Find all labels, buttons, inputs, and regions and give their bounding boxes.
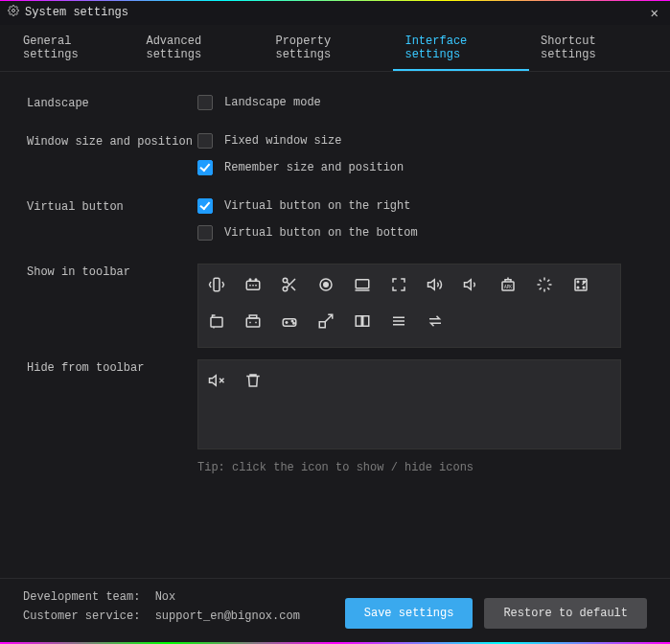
window-title: System settings: [25, 6, 647, 19]
tabs: General settings Advanced settings Prope…: [0, 25, 670, 72]
show-toolbar-label: Show in toolbar: [27, 264, 197, 279]
remember-size-label: Remember size and position: [224, 161, 404, 174]
titlebar: System settings ✕: [0, 0, 670, 25]
recorder-icon[interactable]: [244, 312, 262, 330]
gear-icon: [8, 5, 19, 20]
apk-icon[interactable]: APK: [499, 276, 517, 293]
customer-service-label: Customer service:: [23, 610, 140, 623]
svg-point-18: [583, 287, 585, 288]
svg-rect-25: [319, 322, 325, 328]
toolbar-tip: Tip: click the icon to show / hide icons: [197, 461, 643, 474]
virtualbutton-label: Virtual button: [27, 198, 197, 214]
fullscreen-icon[interactable]: [390, 276, 407, 293]
hide-toolbar-label: Hide from toolbar: [27, 359, 197, 375]
virtual-button-bottom-checkbox[interactable]: [197, 225, 213, 241]
landscape-label: Landscape: [27, 95, 197, 110]
volume-down-icon[interactable]: [463, 276, 480, 293]
screenshot-icon[interactable]: [208, 312, 225, 330]
svg-point-17: [577, 287, 579, 288]
svg-rect-26: [356, 316, 361, 327]
svg-point-23: [291, 320, 293, 322]
menu-bars-icon[interactable]: [390, 312, 407, 330]
tab-property[interactable]: Property settings: [264, 25, 393, 71]
restore-default-button[interactable]: Restore to default: [484, 598, 647, 629]
svg-rect-9: [356, 280, 369, 288]
scissors-icon[interactable]: [281, 276, 298, 293]
svg-point-4: [255, 279, 257, 281]
svg-rect-20: [246, 318, 260, 327]
keyboard-icon[interactable]: [244, 276, 262, 293]
dev-team-value: Nox: [155, 590, 176, 604]
close-button[interactable]: ✕: [647, 3, 662, 23]
customer-service-value: support_en@bignox.com: [155, 610, 300, 623]
svg-marker-28: [210, 376, 217, 386]
tab-general[interactable]: General settings: [12, 25, 134, 71]
svg-text:APK: APK: [504, 285, 512, 289]
loading-icon[interactable]: [536, 276, 553, 293]
svg-marker-11: [465, 280, 472, 290]
trash-icon[interactable]: [244, 372, 262, 389]
virtual-button-right-checkbox[interactable]: [197, 198, 213, 214]
remember-size-checkbox[interactable]: [197, 160, 213, 175]
tab-interface[interactable]: Interface settings: [393, 25, 529, 71]
location-icon[interactable]: [317, 276, 335, 293]
svg-marker-10: [428, 280, 435, 290]
computer-icon[interactable]: [354, 276, 371, 293]
mute-icon[interactable]: [208, 372, 225, 389]
svg-rect-1: [214, 278, 219, 291]
tab-shortcut[interactable]: Shortcut settings: [529, 25, 658, 71]
fixed-window-size-checkbox[interactable]: [197, 133, 213, 149]
resize-icon[interactable]: [317, 312, 335, 330]
dev-team-label: Development team:: [23, 590, 140, 604]
virtual-button-right-label: Virtual button on the right: [224, 199, 410, 213]
save-settings-button[interactable]: Save settings: [345, 598, 474, 629]
two-pane-icon[interactable]: [354, 312, 371, 330]
footer: Development team: Nox Customer service: …: [0, 578, 670, 644]
hide-toolbar-box: [197, 359, 621, 449]
window-top-stripe: [0, 0, 670, 1]
windowsize-label: Window size and position: [27, 133, 197, 149]
svg-point-3: [249, 279, 251, 281]
svg-point-6: [283, 287, 288, 291]
shake-icon[interactable]: [208, 276, 225, 293]
svg-rect-14: [575, 279, 587, 290]
landscape-mode-label: Landscape mode: [224, 96, 321, 109]
gamepad-icon[interactable]: [281, 312, 298, 330]
svg-rect-27: [363, 316, 369, 327]
content-panel: Landscape Landscape mode Window size and…: [0, 72, 670, 494]
transfer-icon[interactable]: [427, 312, 444, 330]
tab-advanced[interactable]: Advanced settings: [134, 25, 264, 71]
svg-point-24: [293, 323, 295, 325]
volume-up-icon[interactable]: [427, 276, 444, 293]
svg-point-0: [12, 10, 15, 12]
svg-point-15: [577, 281, 579, 283]
svg-rect-21: [249, 315, 257, 318]
fixed-window-size-label: Fixed window size: [224, 134, 341, 148]
virtual-button-bottom-label: Virtual button on the bottom: [224, 226, 418, 240]
landscape-mode-checkbox[interactable]: [197, 95, 213, 110]
svg-point-8: [324, 283, 329, 288]
script-icon[interactable]: [572, 276, 589, 293]
show-toolbar-box: APK: [197, 264, 621, 348]
svg-point-5: [283, 278, 288, 283]
svg-rect-19: [211, 317, 222, 327]
